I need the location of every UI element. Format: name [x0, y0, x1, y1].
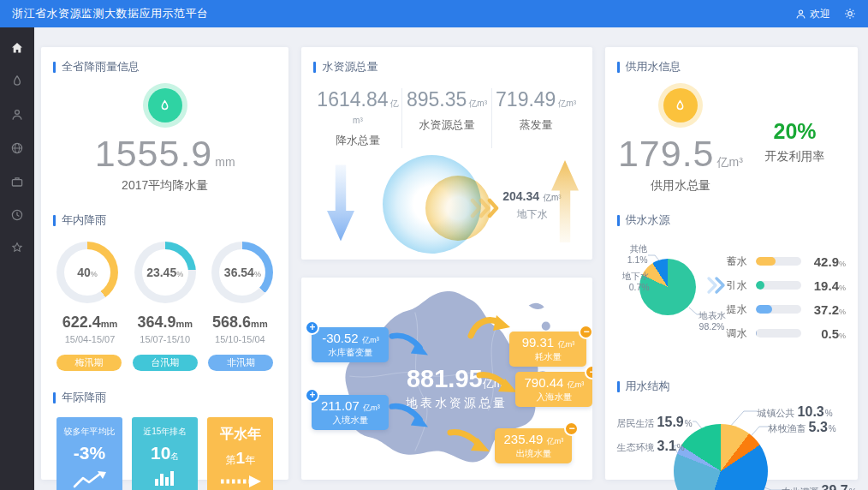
pie-label-agriculture: 农业灌溉39.7%: [782, 483, 857, 490]
card-vs-average: 较多年平均比 -3%: [56, 417, 122, 490]
donut-center: 40%: [64, 249, 110, 296]
period-badges: 梅汛期 台汛期 非汛期: [53, 355, 276, 371]
down-arrow-icon: [327, 160, 354, 246]
bar-row: 蓄水42.9%: [727, 254, 846, 269]
flow-arrow-in-icon: [389, 329, 428, 360]
surface-water-map-panel: 881.95亿m³ 地表水资源总量 + -30.52 亿m³ 水库蓄变量 + 2…: [301, 278, 592, 480]
bar-fill: [756, 281, 764, 290]
donut-center: 36.54%: [219, 249, 265, 296]
flow-arrow-out-icon: [467, 314, 512, 344]
donut-center: 23.45%: [142, 249, 188, 296]
rain-value-cell: 568.6mm15/10-15/04: [206, 314, 273, 344]
stat-evaporation: 719.49亿m³蒸发量: [491, 88, 580, 148]
callout-sea-outflow: − 790.44 亿m³ 入海水量: [515, 372, 592, 407]
rain-drop-badge: [148, 88, 182, 122]
pie-label-ecology: 生态环境3.1%: [617, 439, 677, 454]
rain-value-cell: 622.4mm15/04-15/07: [56, 314, 123, 344]
resource-stats: 1614.84亿m³降水总量 895.35亿m³水资源总量 719.49亿m³蒸…: [313, 88, 580, 148]
callout-consumed-water: − 99.31 亿m³ 耗水量: [509, 332, 586, 367]
dashboard: 全省降雨量信息 1555.9mm 2017平均降水量 年内降雨 40% 23.4…: [34, 27, 868, 490]
bar-row: 调水0.5%: [727, 326, 846, 341]
topbar: 浙江省水资源监测大数据应用示范平台 欢迎: [0, 0, 868, 27]
pie-label-urban-public: 城镇公共10.3%: [758, 404, 833, 420]
water-drop-icon: [674, 99, 687, 112]
flow-arrow-out-icon: [447, 426, 491, 457]
badge-taixun: 台汛期: [133, 355, 198, 371]
section-marker: [53, 392, 56, 403]
section-marker: [617, 381, 620, 392]
minus-icon: −: [579, 325, 592, 339]
section-header-supply: 供用水信息: [617, 59, 846, 75]
stat-resource: 895.35亿m³水资源总量: [401, 88, 490, 148]
trend-line-icon: [56, 470, 122, 490]
avg-precip-label: 2017平均降水量: [53, 178, 276, 194]
water-usage-chart: 城镇公共10.3% 林牧渔畜5.3% 农业灌溉39.7% 居民生活15.9% 生…: [617, 397, 846, 490]
supply-total: 179.5亿m³ 供用水总量: [617, 75, 745, 194]
bar-chart-icon: [132, 470, 198, 489]
water-cycle-diagram: 204.34 亿m³ 地下水: [313, 155, 580, 275]
bar-track: [756, 305, 801, 314]
sidebar-item-clock[interactable]: [10, 208, 24, 222]
pie-label-groundwater: 地下水0.7%: [617, 271, 650, 293]
rain-values-row: 622.4mm15/04-15/07 364.9mm15/07-15/10 56…: [53, 314, 276, 344]
utilization-rate: 20% 开发利用率: [744, 75, 846, 194]
up-arrow-icon: [551, 155, 579, 248]
user-menu[interactable]: 欢迎: [795, 7, 830, 21]
flow-arrow-in-icon: [389, 399, 428, 432]
pie-label-other: 其他1.1%: [617, 243, 648, 266]
person-icon: [795, 9, 806, 20]
supply-summary: 179.5亿m³ 供用水总量 20% 开发利用率: [617, 75, 846, 194]
bar-fill: [756, 329, 757, 338]
topbar-right: 欢迎: [795, 7, 856, 21]
welcome-label: 欢迎: [810, 7, 830, 21]
supply-drop-badge: [663, 88, 698, 122]
sidebar: [0, 27, 34, 490]
section-marker: [617, 62, 620, 73]
section-marker: [53, 62, 56, 73]
callout-outbound-water: − 235.49 亿m³ 出境水量: [495, 428, 572, 463]
supply-method-bars: 蓄水42.9% 引水19.4% 提水37.2% 调水0.5%: [727, 254, 846, 350]
bar-row: 提水37.2%: [727, 302, 846, 317]
section-header-source: 供水水源: [617, 212, 846, 228]
card-rank: 近15年排名 10名: [132, 417, 198, 490]
water-resource-panel: 水资源总量 1614.84亿m³降水总量 895.35亿m³水资源总量 719.…: [301, 47, 592, 260]
section-header-resource: 水资源总量: [313, 59, 580, 75]
section-marker: [617, 215, 620, 226]
utilization-label: 开发利用率: [744, 149, 846, 164]
supply-source-chart: 其他1.1% 地下水0.7% 地表水98.2% 蓄水42.9% 引水19.4% …: [617, 231, 846, 360]
interannual-cards: 较多年平均比 -3% 近15年排名 10名 平水年 第1年: [53, 417, 276, 490]
bar-track: [756, 257, 801, 266]
sidebar-item-briefcase[interactable]: [10, 175, 24, 188]
section-header-usage: 用水结构: [617, 379, 846, 394]
section-header-rainfall: 全省降雨量信息: [53, 59, 276, 75]
pie-label-forestry: 林牧渔畜5.3%: [769, 420, 836, 435]
avg-precip-value: 1555.9mm: [53, 133, 276, 175]
section-header-interannual: 年际降雨: [53, 390, 276, 405]
pie-label-residential: 居民生活15.9%: [617, 415, 693, 430]
water-drop-icon: [158, 99, 171, 112]
flow-arrow-out-icon: [476, 368, 519, 397]
bar-track: [756, 281, 801, 290]
donut-chart-meixun: 40%: [56, 242, 118, 303]
sidebar-item-home[interactable]: [10, 41, 24, 55]
sidebar-item-globe[interactable]: [10, 141, 24, 155]
gear-icon[interactable]: [844, 8, 856, 20]
donut-chart-feixun: 36.54%: [211, 242, 273, 303]
sidebar-item-water-drop[interactable]: [10, 75, 24, 88]
double-chevron-icon: [706, 276, 727, 295]
utilization-value: 20%: [744, 119, 846, 144]
card-water-year: 平水年 第1年: [207, 417, 273, 490]
middle-column: 水资源总量 1614.84亿m³降水总量 895.35亿m³水资源总量 719.…: [301, 47, 592, 480]
bar-fill: [756, 305, 773, 314]
bar-fill: [756, 257, 776, 266]
bar-row: 引水19.4%: [727, 278, 846, 293]
water-supply-panel: 供用水信息 179.5亿m³ 供用水总量 20% 开发利用率 供水水源 其他1.…: [605, 47, 858, 480]
sidebar-item-user[interactable]: [10, 108, 24, 122]
sidebar-item-medal[interactable]: [10, 242, 24, 255]
rain-value-cell: 364.9mm15/07-15/10: [132, 314, 199, 344]
donut-chart-taixun: 23.45%: [134, 242, 196, 303]
rainfall-panel: 全省降雨量信息 1555.9mm 2017平均降水量 年内降雨 40% 23.4…: [41, 47, 288, 480]
section-header-annual: 年内降雨: [53, 212, 276, 228]
minus-icon: −: [585, 365, 592, 379]
bar-track: [756, 329, 801, 338]
